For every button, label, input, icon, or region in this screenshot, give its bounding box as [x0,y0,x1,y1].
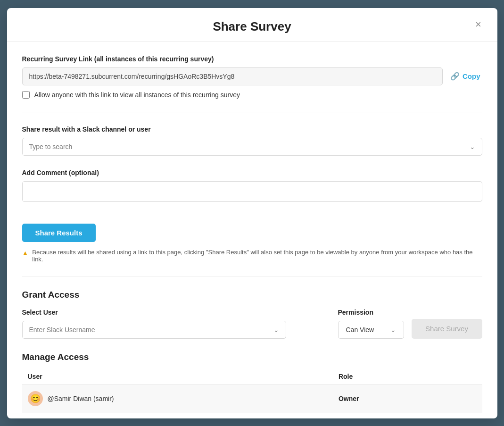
search-dropdown-arrow-icon[interactable]: ⌄ [470,143,475,150]
access-table-head: User Role [22,369,482,384]
close-button[interactable]: × [471,17,486,32]
close-icon: × [475,19,481,30]
comment-label: Add Comment (optional) [22,169,482,176]
table-row: 😊 @Samir Diwan (samir) Owner [22,384,482,413]
slack-search-input[interactable] [29,143,470,150]
select-user-label: Select User [22,309,330,316]
recurring-link-label: Recurring Survey Link (all instances of … [22,55,482,63]
share-survey-label: Share Survey [425,325,468,333]
modal-body: Recurring Survey Link (all instances of … [7,42,497,418]
role-cell-1[interactable]: Can View ▼ [333,413,482,418]
warning-icon: ▲ [22,249,29,257]
access-table-header-row: User Role [22,369,482,384]
divider-2 [22,276,482,276]
permission-select[interactable]: Can View ⌄ [338,321,404,339]
user-cell-inner: 😊 @Samir Diwan (samir) [28,391,327,406]
access-table-body: 😊 @Samir Diwan (samir) Owner 🎨 @Alda Met… [22,384,482,418]
slack-search-input-wrap[interactable]: ⌄ [22,138,482,156]
col-user: User [22,369,333,384]
modal-title: Share Survey [213,19,291,34]
table-row: 🎨 @Alda Metz (alda.metz) Can View ▼ [22,413,482,418]
permission-label: Permission [338,309,404,316]
divider-1 [22,112,482,112]
manage-access-section: Manage Access User Role 😊 @Samir Diwan (… [22,352,482,418]
select-user-field: Select User ⌄ [22,309,330,339]
modal-header: Share Survey × [7,8,497,42]
permission-field: Permission Can View ⌄ [338,309,404,339]
link-row: 🔗 Copy [22,67,482,85]
user-input[interactable] [29,326,273,334]
col-role: Role [333,369,482,384]
user-cell-1: 🎨 @Alda Metz (alda.metz) [22,413,333,418]
recurring-link-section: Recurring Survey Link (all instances of … [22,55,482,99]
survey-link-input[interactable] [22,67,443,85]
grant-access-title: Grant Access [22,290,482,300]
warning-text: Because results will be shared using a l… [32,249,482,263]
avatar: 😊 [28,391,43,406]
slack-search-dropdown: ⌄ [22,138,482,156]
user-input-wrap[interactable]: ⌄ [22,321,286,339]
comment-input[interactable] [22,181,482,202]
grant-access-row: Select User ⌄ Permission Can View ⌄ [22,309,482,339]
share-survey-modal: Share Survey × Recurring Survey Link (al… [7,8,497,418]
user-dropdown-arrow-icon[interactable]: ⌄ [273,326,279,334]
share-slack-section: Share result with a Slack channel or use… [22,125,482,156]
user-cell-0: 😊 @Samir Diwan (samir) [22,384,333,413]
role-owner: Owner [339,395,359,402]
copy-label: Copy [463,72,480,80]
permission-dropdown-arrow-icon[interactable]: ⌄ [390,326,396,334]
grant-access-section: Grant Access Select User ⌄ Permission Ca… [22,290,482,339]
share-survey-button[interactable]: Share Survey [412,319,482,339]
role-cell-0: Owner [333,384,482,413]
permission-value: Can View [346,326,390,334]
allow-anyone-row: Allow anyone with this link to view all … [22,91,482,99]
access-table: User Role 😊 @Samir Diwan (samir) Owner 🎨… [22,369,482,418]
share-slack-label: Share result with a Slack channel or use… [22,125,482,133]
share-results-label: Share Results [35,229,83,237]
copy-icon: 🔗 [450,72,460,81]
modal-overlay: Share Survey × Recurring Survey Link (al… [0,0,504,426]
share-results-button[interactable]: Share Results [22,224,96,242]
copy-button[interactable]: 🔗 Copy [448,68,482,84]
allow-anyone-checkbox[interactable] [22,91,30,99]
comment-section: Add Comment (optional) [22,169,482,204]
warning-row: ▲ Because results will be shared using a… [22,249,482,263]
manage-access-title: Manage Access [22,352,482,362]
username: @Samir Diwan (samir) [48,395,114,402]
allow-anyone-label[interactable]: Allow anyone with this link to view all … [34,91,240,99]
